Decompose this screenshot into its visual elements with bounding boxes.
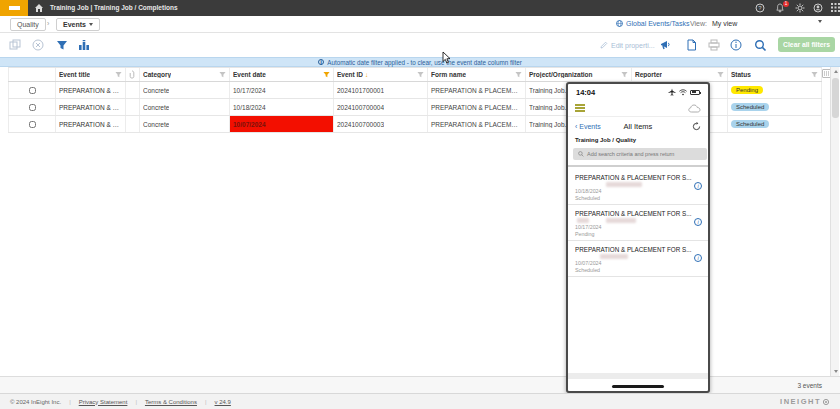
megaphone-icon[interactable] [660, 39, 673, 52]
global-events-tasks-link[interactable]: Global Events/Tasks [616, 20, 689, 27]
redacted-text [606, 218, 636, 223]
row-checkbox-cell [8, 82, 56, 98]
page-events-dropdown[interactable]: Events [56, 18, 100, 31]
phone-nav-bar: All Items ‹ Events [568, 117, 708, 135]
module-label: Quality [17, 21, 39, 28]
app-window: Training Job | Training Job / Completion… [0, 0, 840, 409]
phone-status-bar: 14:04 [568, 84, 708, 100]
filter-funnel-icon[interactable] [515, 71, 522, 78]
phone-home-indicator[interactable] [612, 385, 664, 388]
form-name-cell: PREPARATION & PLACEMENT FOR S... [428, 116, 526, 132]
paperclip-icon [129, 70, 135, 79]
phone-search-input[interactable]: Add search criteria and press return [573, 148, 707, 160]
info-icon: i [318, 59, 324, 65]
filter-funnel-icon[interactable] [115, 71, 122, 78]
notification-badge: 1 [783, 1, 789, 7]
home-icon[interactable] [34, 3, 44, 13]
banner-text: Automatic date filter applied - to clear… [327, 59, 522, 66]
event-title-link[interactable]: PREPARATION & PLACEMENT FOR S... [59, 104, 122, 111]
row-checkbox[interactable] [29, 121, 36, 128]
col-event-date[interactable]: Event date [230, 68, 334, 81]
row-checkbox[interactable] [29, 104, 36, 111]
account-icon[interactable] [813, 3, 823, 13]
phone-nav-title: All Items [568, 122, 708, 131]
global-link-label: Global Events/Tasks [626, 20, 689, 27]
auto-filter-banner: i Automatic date filter applied - to cle… [0, 57, 840, 67]
col-category[interactable]: Category [140, 68, 230, 81]
edit-properties-button[interactable]: Edit properti... [600, 41, 655, 49]
scroll-up-button[interactable] [831, 67, 840, 76]
status-badge: Scheduled [731, 103, 769, 111]
event-title-link[interactable]: PREPARATION & PLACEMENT FOR S... [59, 87, 122, 94]
vertical-scrollbar[interactable] [830, 67, 839, 376]
filter-funnel-icon[interactable] [717, 71, 724, 78]
filter-icon[interactable] [56, 39, 69, 52]
view-select[interactable]: My view [712, 20, 822, 27]
redacted-text [577, 218, 589, 223]
hierarchy-chart-icon[interactable] [78, 39, 91, 52]
col-reporter[interactable]: Reporter [632, 68, 728, 81]
divider [568, 165, 708, 167]
refresh-icon[interactable] [692, 122, 701, 131]
info-circle-icon[interactable] [730, 39, 743, 52]
row-checkbox[interactable] [29, 87, 36, 94]
col-attachments[interactable] [126, 68, 140, 81]
event-count: 3 events [797, 382, 822, 389]
col-status[interactable]: Status [728, 68, 822, 81]
cloud-sync-icon[interactable] [688, 104, 701, 113]
phone-list-item[interactable]: PREPARATION & PLACEMENT FOR S... 10/17/2… [568, 206, 708, 241]
apps-grid-icon[interactable] [831, 3, 840, 13]
event-title-link[interactable]: PREPARATION & PLACEMENT FOR S... [59, 121, 122, 128]
phone-context-label: Training Job / Quality [575, 137, 636, 143]
col-project-organization[interactable]: Project/Organization [526, 68, 632, 81]
phone-list-item[interactable]: PREPARATION & PLACEMENT FOR S... 10/18/2… [568, 170, 708, 205]
info-icon[interactable]: i [694, 182, 702, 190]
row-checkbox-cell [8, 116, 56, 132]
module-quality-button[interactable]: Quality [10, 18, 46, 31]
duplicate-icon[interactable] [9, 39, 22, 52]
scrollbar-thumb[interactable] [832, 78, 839, 118]
clear-all-filters-button[interactable]: Clear all filters [778, 37, 835, 52]
filter-funnel-icon[interactable] [811, 71, 818, 78]
main-menu-button[interactable] [0, 0, 28, 16]
col-form-name[interactable]: Form name [428, 68, 526, 81]
active-filter-funnel-icon[interactable] [323, 71, 330, 78]
terms-conditions-link[interactable]: Terms & Conditions [145, 399, 197, 405]
attachment-cell [126, 116, 140, 132]
help-icon[interactable]: ? [755, 3, 765, 13]
ineight-logo: INEIGHT [780, 397, 830, 406]
copyright-text: © 2024 InEight Inc. [10, 399, 61, 405]
phone-bottom-strip [568, 373, 708, 379]
info-icon[interactable]: i [694, 218, 702, 226]
phone-list-item[interactable]: PREPARATION & PLACEMENT FOR S... 10/07/2… [568, 242, 708, 277]
page-footer: © 2024 InEight Inc. | Privacy Statement … [0, 393, 840, 409]
privacy-statement-link[interactable]: Privacy Statement [79, 399, 128, 405]
redacted-text [606, 182, 642, 187]
event-id-cell: 2024101700001 [334, 82, 428, 98]
event-id-cell: 2024100700003 [334, 116, 428, 132]
printer-icon[interactable] [708, 39, 721, 52]
sort-descending-icon: ↓ [365, 71, 368, 78]
version-link[interactable]: v 24.9 [215, 399, 231, 405]
wifi-icon [679, 89, 687, 96]
category-cell: Concrete [140, 82, 230, 98]
pencil-icon [600, 41, 608, 49]
phone-menu-icon[interactable] [575, 104, 585, 112]
export-document-icon[interactable] [686, 39, 699, 52]
col-event-title[interactable]: Event title [56, 68, 126, 81]
attachment-cell [126, 82, 140, 98]
col-event-id[interactable]: Event ID↓ [334, 68, 428, 81]
scroll-down-button[interactable] [831, 367, 840, 376]
cancel-circle-icon[interactable] [32, 39, 45, 52]
grid-header-row: Event title Category Event date Event ID… [8, 67, 822, 82]
select-all-cell [8, 68, 56, 81]
settings-gear-icon[interactable] [795, 3, 805, 13]
info-icon[interactable]: i [694, 254, 702, 262]
battery-icon [690, 90, 700, 95]
filter-funnel-icon[interactable] [219, 71, 226, 78]
filter-funnel-icon[interactable] [417, 71, 424, 78]
search-icon[interactable] [754, 39, 767, 52]
phone-time: 14:04 [576, 88, 595, 97]
filter-funnel-icon[interactable] [621, 71, 628, 78]
grid-toolbar: Edit properti... Clear all filters [0, 33, 840, 57]
